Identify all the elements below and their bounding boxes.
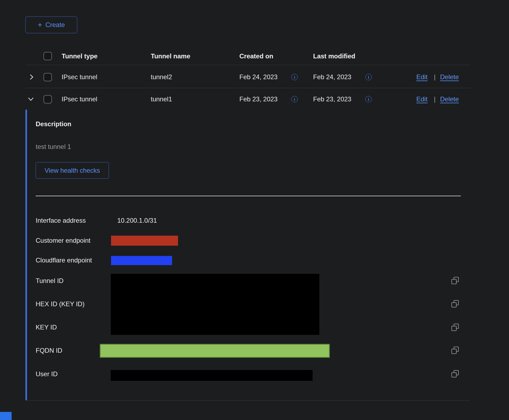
tunnel-type-cell: IPsec tunnel [62,95,97,103]
column-header-last-modified: Last modified [313,52,355,60]
copy-icon[interactable] [451,277,459,285]
copy-icon-front [451,349,457,354]
plus-icon: + [38,21,42,29]
last-modified-cell: Feb 24, 2023 [313,73,351,81]
info-icon-glyph: i [368,75,369,79]
edit-link[interactable]: Edit [416,73,427,81]
tunnel-id-label: Tunnel ID [36,277,63,285]
expanded-row-indicator-bar [25,109,27,400]
row-divider [25,88,470,88]
view-health-checks-label: View health checks [45,167,100,174]
edit-link[interactable]: Edit [416,95,427,103]
delete-link[interactable]: Delete [440,73,459,81]
user-id-redaction [111,370,313,381]
row-checkbox[interactable] [43,95,52,104]
info-icon[interactable]: i [365,96,372,102]
info-icon[interactable]: i [291,74,298,80]
created-on-cell: Feb 24, 2023 [239,73,277,81]
copy-icon-front [451,372,457,378]
copy-icon[interactable] [451,324,459,332]
interface-address-value: 10.200.1.0/31 [117,217,157,225]
cloudflare-endpoint-label: Cloudflare endpoint [36,256,92,264]
user-id-label: User ID [36,370,58,378]
key-id-label: KEY ID [36,324,57,331]
interface-address-label: Interface address [36,217,86,225]
panel-bottom-divider [25,400,470,401]
column-header-created-on: Created on [239,52,273,60]
section-divider [36,196,461,196]
fqdn-id-label: FQDN ID [36,347,62,355]
fqdn-id-redaction [100,344,330,358]
chevron-right-icon[interactable] [28,74,35,81]
customer-endpoint-redaction [111,236,178,246]
copy-icon-front [451,302,457,308]
info-icon-glyph: i [294,97,295,101]
tunnel-type-cell: IPsec tunnel [62,73,97,81]
column-header-tunnel-name: Tunnel name [151,52,190,60]
info-icon[interactable]: i [291,96,298,102]
customer-endpoint-label: Customer endpoint [36,237,91,245]
column-header-tunnel-type: Tunnel type [62,52,98,60]
copy-icon[interactable] [451,370,459,379]
tunnel-ids-redaction [111,274,319,335]
tunnels-page: + Create Tunnel type Tunnel name Created… [0,0,509,420]
info-icon[interactable]: i [365,74,372,80]
action-separator: | [434,73,436,81]
create-button-label: Create [45,21,65,29]
tunnel-name-cell: tunnel2 [151,73,172,81]
cloudflare-endpoint-redaction [111,256,172,265]
chevron-down-icon[interactable] [27,96,34,103]
bottom-left-blue-element [0,412,12,420]
info-icon-glyph: i [368,97,369,101]
description-value: test tunnel 1 [36,143,71,151]
action-separator: | [434,95,436,103]
info-icon-glyph: i [294,75,295,79]
select-all-checkbox[interactable] [43,52,52,60]
copy-icon-front [451,326,457,331]
delete-link[interactable]: Delete [440,95,459,103]
hex-id-label: HEX ID (KEY ID) [36,300,85,308]
header-divider [25,65,470,65]
view-health-checks-button[interactable]: View health checks [36,162,109,179]
description-label: Description [36,120,71,128]
copy-icon[interactable] [451,300,459,309]
tunnel-name-cell: tunnel1 [151,95,172,103]
created-on-cell: Feb 23, 2023 [239,95,277,103]
copy-icon-front [451,279,457,284]
row-checkbox[interactable] [43,73,52,81]
create-button[interactable]: + Create [25,16,77,33]
copy-icon[interactable] [451,347,459,355]
last-modified-cell: Feb 23, 2023 [313,95,351,103]
